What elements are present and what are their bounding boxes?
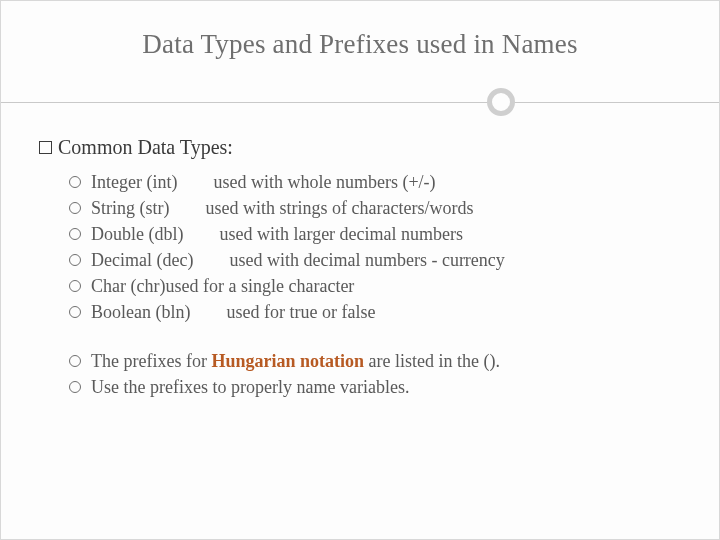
list-item: Decimal (dec) used with decimal numbers …	[69, 247, 681, 273]
list-item: String (str) used with strings of charac…	[69, 195, 681, 221]
list-item: The prefixes for Hungarian notation are …	[69, 348, 681, 374]
list-item: Integer (int) used with whole numbers (+…	[69, 169, 681, 195]
divider-line	[1, 102, 719, 103]
divider-wrap	[39, 88, 681, 118]
section-heading-text: Common Data Types:	[58, 136, 233, 158]
divider-ring-icon	[487, 88, 515, 116]
note-accent: Hungarian notation	[211, 351, 364, 371]
notes-list: The prefixes for Hungarian notation are …	[69, 348, 681, 400]
list-item: Double (dbl) used with larger decimal nu…	[69, 221, 681, 247]
square-bullet-icon	[39, 141, 52, 154]
list-item: Boolean (bln) used for true or false	[69, 299, 681, 325]
list-item: Use the prefixes to properly name variab…	[69, 374, 681, 400]
note-text-pre: The prefixes for	[91, 351, 211, 371]
slide: Data Types and Prefixes used in Names Co…	[0, 0, 720, 540]
list-item: Char (chr)used for a single character	[69, 273, 681, 299]
note-text-post: are listed in the ().	[364, 351, 500, 371]
data-types-list: Integer (int) used with whole numbers (+…	[69, 169, 681, 326]
section-heading: Common Data Types:	[39, 136, 681, 159]
slide-title: Data Types and Prefixes used in Names	[39, 29, 681, 60]
note-text-pre: Use the prefixes to properly name variab…	[91, 377, 409, 397]
